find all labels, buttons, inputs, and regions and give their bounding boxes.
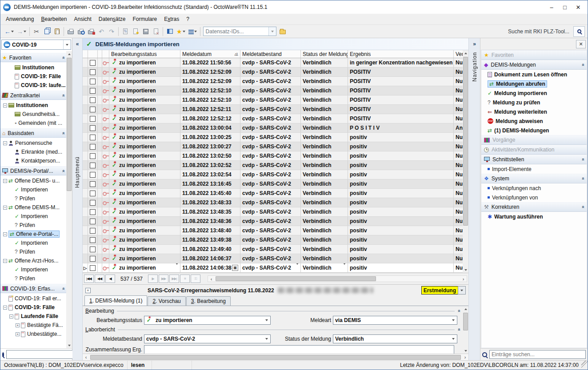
sidebar-item-prfen[interactable]: ?Prüfen [0, 221, 66, 230]
row-select-cell[interactable] [88, 179, 98, 188]
table-row[interactable]: zu importieren11.08.2022 13:02:54cvdp - … [83, 170, 463, 179]
collapse-section-icon[interactable]: » [60, 287, 66, 290]
zusammenfassung-field[interactable] [144, 345, 454, 354]
scroll-thumb[interactable] [216, 276, 376, 281]
scroll-left-icon[interactable]: ‹ [83, 354, 89, 360]
scroll-right-icon[interactable]: › [460, 276, 467, 282]
row-select-cell[interactable] [88, 207, 98, 216]
column-header-meldetatbestand[interactable]: Meldetatbestand [240, 50, 301, 58]
dropdown-icon[interactable] [268, 27, 276, 36]
collapse-section-icon[interactable]: » [60, 56, 66, 59]
row-checkbox[interactable] [90, 191, 96, 196]
row-checkbox[interactable] [90, 265, 96, 271]
row-select-cell[interactable] [88, 58, 98, 67]
scroll-up-icon[interactable] [66, 51, 72, 57]
scroll-thumb[interactable] [463, 57, 468, 226]
previous-record-button[interactable]: ◀ [105, 275, 115, 283]
collapse-node-icon[interactable]: − [3, 103, 7, 107]
row-checkbox[interactable] [90, 163, 96, 168]
redo-button[interactable]: ↷ [107, 26, 116, 37]
sidebar-tree-scrollbar[interactable] [66, 51, 72, 348]
record-delete-button[interactable] [151, 26, 161, 37]
table-row[interactable]: zu importieren11.08.2022 13:49:38cvdp - … [83, 235, 463, 245]
row-checkbox[interactable] [90, 219, 96, 224]
table-row[interactable]: zu importieren11.08.2022 11:50:56cvdp - … [83, 58, 463, 68]
row-select-cell[interactable] [88, 105, 98, 114]
nav-item-meldungweiterleiten[interactable]: ⇐Meldung weiterleiten [481, 107, 587, 116]
sidebar-item-prfen[interactable]: ?Prüfen [0, 194, 66, 203]
tab-2vorschau[interactable]: 2. Vorschau [148, 296, 185, 306]
record-arrows-button[interactable] [120, 26, 130, 37]
forward-button[interactable]: → [16, 26, 28, 37]
nav-section-aktivittenkommunikation[interactable]: Aktivitäten/Kommunikation [481, 145, 587, 155]
dropdown-icon[interactable] [449, 316, 457, 324]
row-checkbox[interactable] [90, 116, 96, 122]
menu-item-bearbeiten[interactable]: Bearbeiten [37, 15, 70, 24]
row-checkbox[interactable] [90, 97, 96, 103]
table-row[interactable]: zu importieren11.08.2022 12:52:12cvdp - … [83, 114, 463, 123]
collapse-node-icon[interactable]: − [9, 314, 13, 318]
table-row[interactable]: zu importieren11.08.2022 13:48:40cvdp - … [83, 226, 463, 235]
nav-item-meldungenabrufen[interactable]: ⇄Meldungen abrufen [481, 79, 587, 88]
row-checkbox[interactable] [90, 60, 96, 66]
collapse-node-icon[interactable]: − [3, 141, 7, 145]
sidebar-item-personensuche[interactable]: −Personensuche [0, 139, 66, 147]
sidebar-section-basisdaten[interactable]: ⌂Basisdaten» [0, 128, 66, 138]
scroll-thumb[interactable] [463, 313, 468, 330]
profile-select[interactable]: COVID-19 [1, 40, 71, 50]
sidebar-item-importieren[interactable]: ✓Importieren [0, 265, 66, 274]
row-select-cell[interactable] [88, 170, 98, 179]
group-bearbeitung[interactable]: Bearbeitung » [85, 307, 460, 315]
collapse-group-icon[interactable]: » [456, 310, 461, 312]
collapse-node-icon[interactable]: − [3, 306, 7, 310]
layout-button[interactable] [165, 26, 175, 37]
tatbestand-cell[interactable]: cvdp - SARS-CoV-2 [240, 263, 301, 272]
sidebar-item-covid19faller[interactable]: COVID-19: Fall er... [0, 294, 66, 303]
tab-3bearbeitung[interactable]: 3. Bearbeitung [186, 296, 231, 306]
status-cell[interactable]: zu importieren [109, 263, 180, 272]
row-checkbox[interactable] [90, 172, 96, 178]
fast-forward-button[interactable]: ▶▶ [159, 275, 168, 283]
bearbeitungsstatus-select[interactable]: zu importieren [144, 316, 271, 325]
hauptmenu-strip[interactable]: « Hauptmenü [72, 38, 83, 360]
sidebar-section-favoriten[interactable]: ★Favoriten» [0, 53, 66, 62]
expand-navigation-icon[interactable]: » [471, 40, 478, 48]
sidebar-item-offenedemisu[interactable]: −⇄Offene DEMIS- u... [0, 176, 66, 185]
collapse-sidebar-icon[interactable]: « [74, 40, 81, 48]
nav-item-meldungzuprfen[interactable]: ?Meldung zu prüfen [481, 98, 587, 107]
lock-button[interactable]: ⚿ [191, 275, 200, 283]
minimize-button[interactable]: – [545, 2, 558, 12]
sidebar-item-offenearzthos[interactable]: −⇄Offene Arzt-/Hos... [0, 256, 66, 265]
scroll-up-icon[interactable] [463, 50, 468, 56]
dropdown-icon[interactable] [296, 265, 299, 271]
open-folder-button[interactable] [278, 26, 288, 37]
favorites-button[interactable]: ★ [175, 26, 187, 37]
sidebar-item-importieren[interactable]: ✓Importieren [0, 239, 66, 247]
sidebar-item-besttigtef[interactable]: +Bestätigte Fä... [0, 321, 66, 330]
row-checkbox[interactable] [90, 247, 96, 252]
new-record-button[interactable]: ✳ [180, 275, 190, 283]
nav-section-korrekturen[interactable]: ⚒Korrekturen» [481, 202, 587, 212]
sidebar-item-gesundheits[interactable]: Gesundheitsä... [0, 110, 66, 119]
copy-button[interactable] [42, 26, 52, 37]
sidebar-item-institutionen[interactable]: −Institutionen [0, 101, 66, 110]
row-checkbox[interactable] [90, 144, 96, 150]
sidebar-item-gemeindenmit[interactable]: ▪Gemeinden (mit ... [0, 119, 66, 127]
status-der-meldung-select[interactable]: Verbindlich [333, 334, 457, 343]
list-view-button[interactable] [187, 26, 198, 37]
dropdown-icon[interactable] [449, 335, 457, 343]
undo-button[interactable]: ↶ [96, 26, 106, 37]
row-select-cell[interactable] [88, 217, 98, 226]
table-row[interactable]: zu importieren11.08.2022 12:52:09cvdp - … [83, 77, 463, 86]
dropdown-icon[interactable] [343, 265, 346, 271]
collapse-section-icon[interactable]: » [60, 131, 66, 134]
profile-dropdown-icon[interactable] [63, 40, 71, 49]
collapse-section-icon[interactable]: » [60, 94, 66, 96]
nav-section-schnittstellen[interactable]: Schnittstellen» [481, 155, 587, 164]
scroll-down-icon[interactable] [66, 342, 72, 348]
row-checkbox[interactable] [90, 125, 96, 131]
menu-item-extras[interactable]: Extras [160, 15, 183, 24]
table-scrollbar[interactable] [463, 50, 468, 273]
collapse-section-icon[interactable]: » [60, 169, 66, 172]
sidebar-item-kontaktperson[interactable]: Kontaktperson... [0, 156, 66, 165]
